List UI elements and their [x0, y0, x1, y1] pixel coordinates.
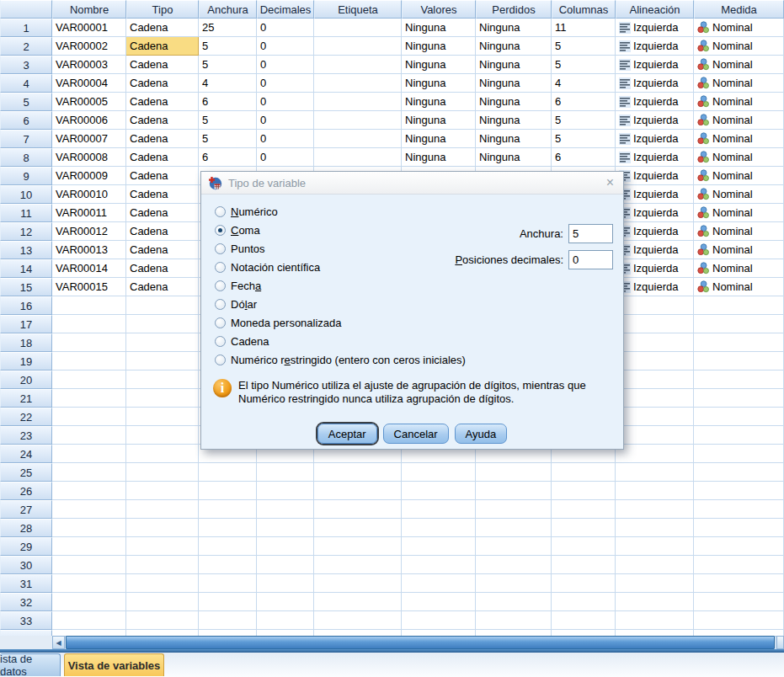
cell-anchura[interactable] [199, 463, 257, 482]
cell-alineacion[interactable] [616, 352, 694, 370]
cell-tipo[interactable]: Cadena [126, 259, 199, 278]
tab-vista-de-variables[interactable]: Vista de variables [64, 653, 164, 676]
cell-alineacion[interactable]: Izquierda [616, 37, 694, 56]
cell-alineacion[interactable]: Izquierda [616, 204, 694, 222]
cell-alineacion[interactable]: Izquierda [616, 222, 694, 241]
cell-anchura[interactable] [199, 537, 257, 556]
cell-alineacion[interactable]: Izquierda [616, 185, 694, 204]
cell-alineacion[interactable] [616, 296, 694, 315]
cell-nombre[interactable] [52, 611, 126, 630]
cell-perdidos[interactable] [476, 556, 552, 574]
cell-nombre[interactable] [52, 574, 126, 593]
cell-valores[interactable] [402, 556, 476, 574]
cell-perdidos[interactable]: Ninguna [476, 74, 552, 93]
row-header[interactable]: 6 [0, 111, 52, 130]
cell-nombre[interactable] [52, 445, 126, 463]
cell-medida[interactable]: Nominal [694, 37, 784, 56]
cell-medida[interactable] [694, 296, 784, 315]
row-header[interactable]: 16 [0, 296, 52, 315]
cell-tipo[interactable] [126, 482, 199, 500]
cell-etiqueta[interactable] [314, 482, 402, 500]
cell-decimales[interactable] [257, 500, 314, 519]
radio-option-num-rico-restringido-entero-con-ceros-iniciales[interactable]: Numérico restringido (entero con ceros i… [215, 350, 466, 369]
anchura-input[interactable] [568, 224, 613, 243]
cell-etiqueta[interactable] [314, 19, 402, 37]
row-header[interactable]: 18 [0, 333, 52, 352]
cell-perdidos[interactable] [476, 519, 552, 537]
cell-medida[interactable]: Nominal [694, 19, 784, 37]
cell-nombre[interactable]: VAR00006 [52, 111, 126, 130]
cell-columnas[interactable] [552, 500, 616, 519]
cell-decimales[interactable] [257, 574, 314, 593]
scroll-left-button[interactable]: ◀ [52, 636, 65, 649]
cell-decimales[interactable] [257, 630, 314, 636]
cell-nombre[interactable]: VAR00001 [52, 19, 126, 37]
cell-medida[interactable]: Nominal [694, 56, 784, 74]
cell-tipo[interactable] [126, 630, 199, 636]
cell-nombre[interactable] [52, 333, 126, 352]
cell-medida[interactable]: Nominal [694, 204, 784, 222]
cell-etiqueta[interactable] [314, 593, 402, 611]
cell-tipo[interactable] [126, 574, 199, 593]
row-header[interactable]: 4 [0, 74, 52, 93]
cell-columnas[interactable] [552, 611, 616, 630]
cancelar-button[interactable]: Cancelar [383, 424, 449, 444]
row-header[interactable]: 14 [0, 259, 52, 278]
cell-alineacion[interactable] [616, 500, 694, 519]
column-header-valores[interactable]: Valores [402, 0, 476, 19]
cell-decimales[interactable]: 0 [257, 56, 314, 74]
row-header[interactable]: 15 [0, 278, 52, 296]
cell-medida[interactable]: Nominal [694, 278, 784, 296]
cell-medida[interactable]: Nominal [694, 259, 784, 278]
cell-decimales[interactable] [257, 482, 314, 500]
cell-perdidos[interactable] [476, 593, 552, 611]
cell-medida[interactable]: Nominal [694, 111, 784, 130]
cell-tipo[interactable]: Cadena [126, 148, 199, 167]
cell-etiqueta[interactable] [314, 130, 402, 148]
cell-alineacion[interactable] [616, 333, 694, 352]
cell-etiqueta[interactable] [314, 630, 402, 636]
row-header[interactable]: 9 [0, 167, 52, 185]
cell-medida[interactable] [694, 630, 784, 636]
cell-decimales[interactable]: 0 [257, 130, 314, 148]
cell-alineacion[interactable] [616, 611, 694, 630]
radio-icon[interactable] [215, 243, 226, 254]
radio-icon[interactable] [215, 206, 226, 217]
cell-perdidos[interactable]: Ninguna [476, 111, 552, 130]
cell-alineacion[interactable] [616, 315, 694, 333]
cell-columnas[interactable] [552, 519, 616, 537]
cell-nombre[interactable]: VAR00007 [52, 130, 126, 148]
row-header[interactable]: 31 [0, 574, 52, 593]
cell-columnas[interactable] [552, 593, 616, 611]
cell-anchura[interactable]: 6 [199, 148, 257, 167]
cell-tipo[interactable]: Cadena [126, 130, 199, 148]
dialog-title-bar[interactable]: Tipo de variable × [201, 172, 623, 195]
cell-nombre[interactable] [52, 389, 126, 408]
cell-anchura[interactable]: 4 [199, 74, 257, 93]
cell-etiqueta[interactable] [314, 111, 402, 130]
cell-valores[interactable]: Ninguna [402, 111, 476, 130]
cell-medida[interactable]: Nominal [694, 241, 784, 259]
cell-columnas[interactable] [552, 630, 616, 636]
column-header-anchura[interactable]: Anchura [199, 0, 257, 19]
row-header[interactable]: 19 [0, 352, 52, 370]
row-header[interactable]: 34 [0, 630, 52, 636]
cell-etiqueta[interactable] [314, 537, 402, 556]
cell-perdidos[interactable]: Ninguna [476, 19, 552, 37]
cell-medida[interactable] [694, 315, 784, 333]
cell-columnas[interactable]: 6 [552, 148, 616, 167]
cell-valores[interactable] [402, 463, 476, 482]
cell-perdidos[interactable] [476, 630, 552, 636]
cell-decimales[interactable] [257, 537, 314, 556]
radio-option-moneda-personalizada[interactable]: Moneda personalizada [215, 313, 466, 332]
cell-etiqueta[interactable] [314, 574, 402, 593]
cell-valores[interactable] [402, 482, 476, 500]
cell-etiqueta[interactable] [314, 519, 402, 537]
cell-perdidos[interactable]: Ninguna [476, 148, 552, 167]
radio-option-puntos[interactable]: Puntos [215, 239, 466, 258]
cell-alineacion[interactable]: Izquierda [616, 74, 694, 93]
column-header-tipo[interactable]: Tipo [126, 0, 199, 19]
column-header-medida[interactable]: Medida [694, 0, 784, 19]
cell-alineacion[interactable]: Izquierda [616, 19, 694, 37]
cell-nombre[interactable] [52, 593, 126, 611]
